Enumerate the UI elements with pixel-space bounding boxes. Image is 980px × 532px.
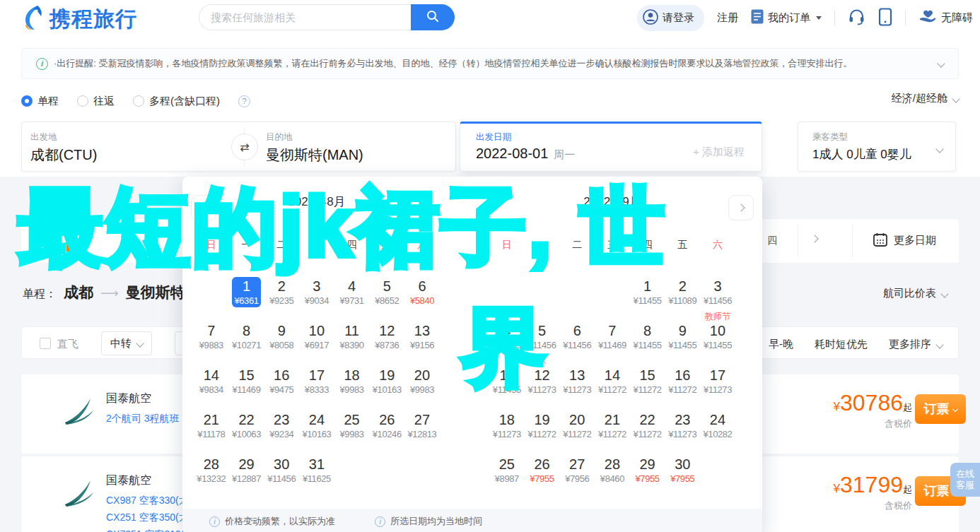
calendar-day-cell[interactable]: 25¥9983 — [334, 401, 370, 445]
direct-flight-checkbox[interactable] — [40, 338, 51, 349]
calendar-day-cell[interactable]: 24¥10163 — [299, 401, 334, 445]
calendar-day-cell[interactable]: 2¥9235 — [264, 267, 299, 312]
calendar-day-cell[interactable]: 17¥11273 — [700, 356, 735, 401]
customer-service-icon[interactable] — [848, 8, 865, 28]
add-return-button[interactable]: + 添加返程 — [693, 146, 745, 159]
calendar-day-cell[interactable]: 教师节10¥11455 — [700, 312, 735, 356]
calendar-day-cell[interactable]: 22¥10063 — [229, 401, 264, 445]
sort-option[interactable]: 早-晚 — [769, 338, 793, 351]
calendar-day-cell[interactable]: 26¥7955 — [525, 445, 560, 490]
calendar-day-cell[interactable]: 18¥9983 — [334, 356, 370, 401]
radio-oneway[interactable]: 单程 — [21, 95, 59, 108]
calendar-day-cell[interactable]: 15¥11469 — [229, 356, 264, 401]
date-tab[interactable]: 07-29 周五 ¥6543低 — [34, 225, 82, 252]
calendar-day-cell[interactable]: 27¥12813 — [404, 401, 440, 445]
calendar-day-cell[interactable]: 休12¥11273 — [525, 356, 560, 401]
calendar-day-cell[interactable]: 30¥11456 — [264, 445, 299, 490]
calendar-day-cell[interactable]: 7¥9883 — [194, 312, 229, 356]
calendar-day-cell[interactable]: 18¥11273 — [489, 401, 525, 445]
sort-option[interactable]: 耗时短优先 — [815, 338, 868, 351]
calendar-day-cell[interactable]: 6¥11456 — [559, 312, 595, 356]
calendar-day-cell[interactable]: 5¥11456 — [525, 312, 560, 356]
calendar-day-cell[interactable]: 3¥9034 — [299, 267, 334, 312]
calendar-day-cell[interactable]: 16¥11272 — [665, 356, 700, 401]
transfer-filter-dropdown[interactable]: 中转 — [101, 331, 152, 355]
online-service-badge[interactable]: 在线客服 — [950, 463, 980, 497]
calendar-day-cell[interactable]: 16¥9475 — [264, 356, 299, 401]
calendar-day-cell[interactable]: 1¥11455 — [630, 267, 665, 312]
accessibility-button[interactable]: 无障碍 — [918, 8, 973, 28]
date-field[interactable]: 2022-08-01周一 — [476, 146, 575, 162]
calendar-day-cell[interactable]: 8¥10271 — [229, 312, 264, 356]
calendar-day-cell[interactable]: 11¥8390 — [334, 312, 370, 356]
calendar-day-cell[interactable]: 29¥12887 — [229, 445, 264, 490]
search-button[interactable] — [411, 4, 455, 30]
day: 10¥6917 — [303, 321, 331, 352]
calendar-day-cell[interactable]: 9¥8058 — [264, 312, 299, 356]
calendar-day-cell[interactable]: 24¥10282 — [700, 401, 735, 445]
calendar-day-cell[interactable]: 23¥9234 — [264, 401, 299, 445]
register-link[interactable]: 注册 — [717, 11, 738, 25]
calendar-day-cell[interactable]: 3¥11456 — [700, 267, 735, 312]
calendar-day-cell[interactable]: 28¥13232 — [194, 445, 229, 490]
calendar-day-cell[interactable]: 28¥8460 — [595, 445, 630, 490]
calendar-day-cell[interactable]: 10¥6917 — [299, 312, 334, 356]
calendar-day-cell[interactable]: 4¥11455 — [489, 312, 525, 356]
calendar-day-cell[interactable]: 17¥8333 — [299, 356, 334, 401]
swap-cities-button[interactable]: ⇄ — [231, 134, 258, 160]
calendar-day-cell[interactable]: 29¥7955 — [630, 445, 665, 490]
next-dates-chevron-icon[interactable] — [810, 235, 818, 242]
calendar-day-cell[interactable]: 15¥11272 — [630, 356, 665, 401]
date-tab-partial[interactable]: 四 — [767, 235, 777, 247]
calendar-day-cell[interactable]: 2¥11089 — [665, 267, 700, 312]
cabin-class-selector[interactable]: 经济/超经舱 — [892, 92, 959, 105]
login-button[interactable]: 请登录 — [637, 5, 704, 31]
calendar-day-cell[interactable]: 12¥8736 — [369, 312, 404, 356]
calendar-day-cell[interactable]: 13¥11273 — [559, 356, 595, 401]
calendar-day-cell[interactable]: 7¥11469 — [595, 312, 630, 356]
day: 19¥11272 — [526, 410, 559, 441]
calendar-day-cell[interactable]: 21¥11178 — [194, 401, 229, 445]
calendar-day-cell[interactable]: 21¥11272 — [595, 401, 630, 445]
calendar-day-cell[interactable]: 20¥9983 — [404, 356, 440, 401]
calendar-day-cell[interactable]: 19¥10163 — [369, 356, 404, 401]
calendar-day-cell[interactable]: 6¥5840 — [404, 267, 440, 312]
calendar-day-cell[interactable]: 4¥9731 — [334, 267, 370, 312]
currency-symbol: ¥ — [834, 482, 840, 495]
calendar-day-cell[interactable]: 1¥6361 — [229, 267, 264, 312]
help-icon[interactable]: ? — [238, 95, 250, 107]
calendar-day-cell[interactable]: 23¥11273 — [665, 401, 700, 445]
calendar-day-cell[interactable]: 5¥8652 — [369, 267, 404, 312]
calendar-day-cell[interactable]: 19¥11272 — [525, 401, 560, 445]
calendar-day-cell[interactable]: 13¥9156 — [404, 312, 440, 356]
calendar-day-cell[interactable]: 26¥10246 — [369, 401, 404, 445]
flight-links[interactable]: 2个航司 3程航班 — [106, 410, 179, 427]
calendar-day-cell[interactable]: 11¥11455 — [489, 356, 525, 401]
from-city-field[interactable]: 成都(CTU) — [30, 146, 97, 165]
search-input[interactable] — [199, 4, 411, 30]
calendar-day-cell[interactable]: 9¥11455 — [665, 312, 700, 356]
airline-compare-button[interactable]: 航司比价表 — [883, 287, 947, 300]
calendar-day-cell[interactable]: 31¥11625 — [299, 445, 334, 490]
radio-multicity[interactable]: 多程(含缺口程) — [133, 95, 220, 108]
date-card-active[interactable]: 出发日期 2022-08-01周一 + 添加返程 — [460, 122, 762, 172]
calendar-day-cell[interactable]: 22¥11272 — [630, 401, 665, 445]
calendar-day-cell[interactable]: 8¥11455 — [630, 312, 665, 356]
calendar-day-cell[interactable]: 27¥7956 — [559, 445, 595, 490]
ctrip-logo[interactable]: 携程旅行 — [20, 4, 137, 34]
notice-expand-chevron-icon[interactable] — [937, 59, 945, 67]
calendar-day-cell[interactable]: 25¥8987 — [489, 445, 525, 490]
calendar-day-cell[interactable]: 30¥7955 — [665, 445, 700, 490]
my-orders-menu[interactable]: 我的订单 — [751, 9, 822, 26]
flight-link[interactable]: 2个航司 3程航班 — [106, 410, 179, 427]
to-city-field[interactable]: 曼彻斯特(MAN) — [266, 146, 363, 165]
mobile-app-icon[interactable] — [878, 8, 892, 28]
radio-roundtrip[interactable]: 往返 — [77, 95, 115, 108]
passenger-card[interactable]: 乘客类型 1成人 0儿童 0婴儿 — [798, 122, 956, 172]
calendar-day-cell[interactable]: 20¥11272 — [559, 401, 595, 445]
book-button[interactable]: 订票 — [915, 394, 966, 424]
calendar-day-cell[interactable]: 14¥11272 — [595, 356, 630, 401]
calendar-day-cell[interactable]: 14¥9834 — [194, 356, 229, 401]
sort-option[interactable]: 更多排序 — [889, 338, 931, 351]
more-dates-button[interactable]: 更多日期 — [873, 232, 936, 249]
